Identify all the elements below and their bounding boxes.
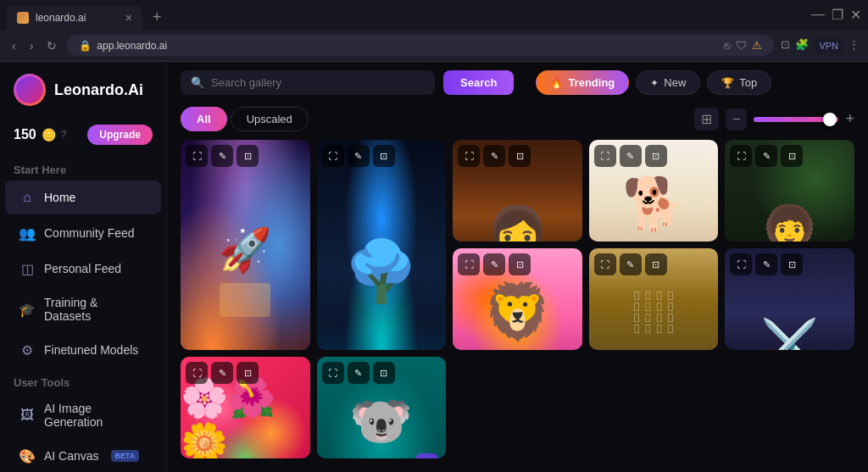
expand-icon[interactable]: ⛶	[186, 145, 208, 167]
training-label: Training & Datasets	[44, 296, 147, 323]
search-button[interactable]: Search	[443, 70, 514, 95]
logo-text: Leonardo.Ai	[54, 81, 143, 99]
image-card-1[interactable]: 🚀 ⛶ ✎ ⊡	[181, 140, 310, 350]
more-icon[interactable]: ⊡	[781, 145, 803, 167]
image-card-6[interactable]: 🦁 ⛶ ✎ ⊡	[453, 248, 582, 350]
image-card-8[interactable]: ⚔️ ⛶ ✎ ⊡	[725, 248, 854, 350]
edit-icon[interactable]: ✎	[755, 145, 777, 167]
sidebar-item-home[interactable]: ⌂ Home	[5, 180, 161, 214]
sidebar-item-ai-canvas[interactable]: 🎨 AI Canvas BETA	[5, 439, 161, 472]
image-card-3[interactable]: 👩 ⛶ ✎ ⊡	[453, 140, 582, 242]
zoom-slider[interactable]	[754, 117, 838, 122]
forward-button[interactable]: ›	[26, 37, 37, 54]
new-tab[interactable]: ✦ New	[636, 70, 700, 95]
credits-bar: 150 🪙 ? Upgrade	[0, 118, 166, 155]
more-icon[interactable]: ⊡	[373, 362, 395, 384]
more-icon[interactable]: ⊡	[645, 253, 667, 275]
canvas-icon: 🎨	[19, 447, 36, 464]
more-icon[interactable]: ⊡	[509, 145, 531, 167]
close-window-button[interactable]: ✕	[850, 7, 861, 23]
card-9-overlay: ⛶ ✎ ⊡	[186, 362, 259, 384]
menu-button[interactable]: ⋮	[849, 38, 860, 53]
expand-icon[interactable]: ⛶	[730, 145, 752, 167]
back-button[interactable]: ‹	[8, 37, 19, 54]
image-card-5[interactable]: 👩‍🦱 ⛶ ✎ ⊡	[725, 140, 854, 242]
coins-icon: 🪙	[42, 128, 56, 142]
tab-close-button[interactable]: ×	[125, 11, 132, 25]
community-feed-label: Community Feed	[44, 226, 135, 240]
extensions-button[interactable]: 🧩	[795, 38, 809, 53]
filter-upscaled[interactable]: Upscaled	[231, 107, 309, 131]
sidebar-item-personal-feed[interactable]: ◫ Personal Feed	[5, 252, 161, 286]
trending-tab[interactable]: 🔥 Trending	[536, 70, 629, 95]
edit-icon[interactable]: ✎	[483, 145, 505, 167]
shield-icon[interactable]: 🛡	[736, 39, 747, 52]
refresh-button[interactable]: ↻	[43, 37, 60, 54]
more-icon[interactable]: ⊡	[236, 145, 259, 167]
edit-icon[interactable]: ✎	[348, 145, 370, 167]
edit-icon[interactable]: ✎	[211, 362, 233, 384]
more-icon[interactable]: ⊡	[509, 253, 531, 275]
finetuned-label: Finetuned Models	[44, 343, 138, 357]
minus-button[interactable]: −	[726, 108, 747, 130]
search-box[interactable]: 🔍	[181, 70, 435, 95]
vpn-button[interactable]: VPN	[814, 38, 843, 53]
ai-image-icon: 🖼	[19, 407, 36, 424]
expand-icon[interactable]: ⛶	[594, 253, 616, 275]
card-7-overlay: ⛶ ✎ ⊡	[594, 253, 667, 275]
more-icon[interactable]: ⊡	[781, 253, 803, 275]
edit-icon[interactable]: ✎	[348, 362, 370, 384]
minimize-button[interactable]: —	[811, 7, 825, 23]
image-card-7[interactable]: 𓀀 𓁹 𓂀 𓃾𓄿 𓅃 𓆣 𓇌𓈖 𓉐 𓊃 𓋴𓌀 𓍯 𓎱 𓏭 ⛶ ✎ ⊡	[589, 248, 719, 350]
training-icon: 🎓	[19, 301, 36, 318]
edit-icon[interactable]: ✎	[620, 145, 642, 167]
new-tab-button[interactable]: +	[146, 5, 169, 30]
upgrade-button[interactable]: Upgrade	[87, 125, 153, 145]
credits-help-icon[interactable]: ?	[61, 129, 67, 141]
url-bar[interactable]: 🔒 app.leonardo.ai ⎋ 🛡 ⚠	[67, 35, 774, 56]
edit-icon[interactable]: ✎	[211, 145, 233, 167]
more-icon[interactable]: ⊡	[373, 145, 395, 167]
more-icon[interactable]: ⊡	[236, 362, 259, 384]
sidebar-item-training[interactable]: 🎓 Training & Datasets	[5, 287, 161, 331]
share-icon[interactable]: ⎋	[724, 39, 731, 52]
expand-icon[interactable]: ⛶	[458, 145, 480, 167]
more-icon[interactable]: ⊡	[645, 145, 667, 167]
expand-icon[interactable]: ⛶	[322, 145, 344, 167]
card-3-overlay: ⛶ ✎ ⊡	[458, 145, 531, 167]
beta-badge: BETA	[111, 450, 140, 462]
edit-icon[interactable]: ✎	[755, 253, 777, 275]
plus-button[interactable]: +	[845, 110, 854, 128]
active-tab[interactable]: leonardo.ai ×	[7, 6, 142, 30]
home-icon: ⌂	[19, 189, 36, 206]
sidebar-item-community-feed[interactable]: 👥 Community Feed	[5, 216, 161, 250]
expand-icon[interactable]: ⛶	[730, 253, 752, 275]
image-card-4[interactable]: 🐕 ⛶ ✎ ⊡	[589, 140, 719, 242]
ai-image-label: AI Image Generation	[44, 402, 147, 429]
image-card-9[interactable]: 🌸🌺🌼 ⛶ ✎ ⊡	[181, 357, 310, 458]
edit-icon[interactable]: ✎	[483, 253, 505, 275]
feed-tabs: 🔥 Trending ✦ New 🏆 Top	[536, 70, 771, 95]
start-here-label: Start Here	[0, 155, 166, 180]
expand-icon[interactable]: ⛶	[458, 253, 480, 275]
expand-icon[interactable]: ⛶	[186, 362, 208, 384]
grid-view-button[interactable]: ⊞	[694, 108, 719, 130]
bookmark-button[interactable]: ⊡	[781, 38, 790, 53]
top-tab[interactable]: 🏆 Top	[707, 70, 771, 95]
search-input[interactable]	[211, 76, 425, 89]
personal-icon: ◫	[19, 260, 36, 277]
filter-all[interactable]: All	[181, 107, 227, 131]
sidebar-item-finetuned[interactable]: ⚙ Finetuned Models	[5, 333, 161, 367]
image-card-2[interactable]: 🌳 ⛶ ✎ ⊡	[317, 140, 447, 350]
edit-icon[interactable]: ✎	[620, 253, 642, 275]
sidebar-logo: Leonardo.Ai	[0, 62, 166, 118]
sidebar-item-ai-image[interactable]: 🖼 AI Image Generation	[5, 393, 161, 437]
expand-icon[interactable]: ⛶	[594, 145, 616, 167]
restore-button[interactable]: ❐	[832, 7, 843, 23]
card-10-overlay: ⛶ ✎ ⊡	[322, 362, 395, 384]
image-card-10[interactable]: 🐨 💬 ⛶ ✎ ⊡	[317, 357, 447, 458]
main-content: 🔍 Search 🔥 Trending ✦ New 🏆 Top	[167, 62, 868, 472]
expand-icon[interactable]: ⛶	[322, 362, 344, 384]
card-4-overlay: ⛶ ✎ ⊡	[594, 145, 667, 167]
trending-label: Trending	[568, 76, 615, 89]
